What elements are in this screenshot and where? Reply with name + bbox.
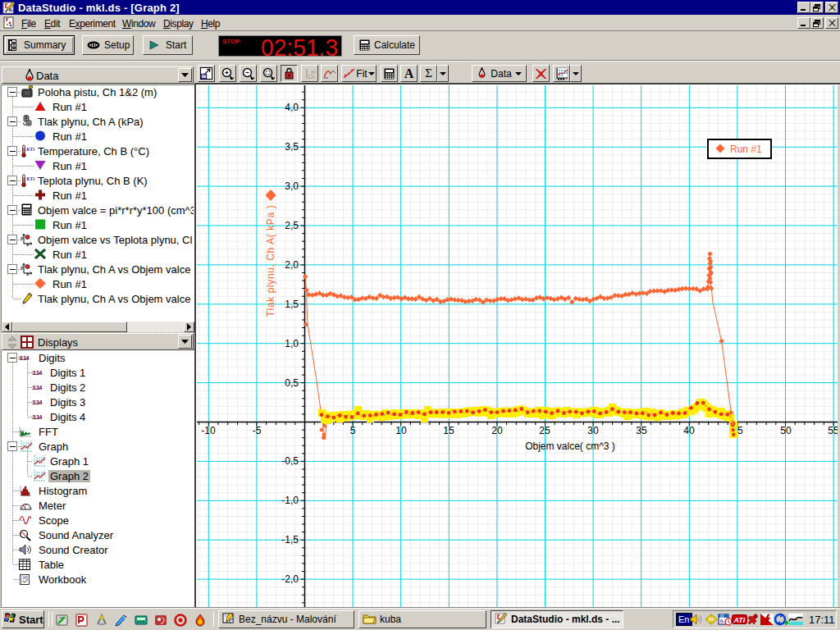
svg-text:-0,5: -0,5	[281, 455, 299, 467]
svg-text:3.14: 3.14	[32, 413, 43, 421]
svg-text:-1,5: -1,5	[281, 534, 299, 546]
svg-text:3,0: 3,0	[285, 180, 299, 192]
svg-text:1,5: 1,5	[285, 299, 299, 310]
svg-text:40: 40	[683, 425, 695, 436]
svg-text:xy: xy	[311, 69, 316, 74]
svg-text:-2,0: -2,0	[281, 573, 299, 585]
svg-text:3,5: 3,5	[285, 141, 299, 153]
svg-text:20: 20	[491, 425, 503, 436]
svg-text:3.14: 3.14	[19, 354, 30, 362]
svg-text:15: 15	[443, 425, 454, 436]
svg-text:50: 50	[780, 425, 792, 436]
svg-text:3.14: 3.14	[32, 369, 43, 377]
svg-text:3.14: 3.14	[32, 384, 43, 391]
svg-text:-10: -10	[201, 425, 216, 436]
svg-text:25: 25	[539, 425, 550, 436]
svg-text:3.14: 3.14	[32, 399, 43, 406]
svg-text:30: 30	[587, 425, 599, 436]
svg-text:-1,0: -1,0	[281, 495, 299, 506]
svg-text:2,0: 2,0	[285, 259, 299, 271]
svg-text:Tlak plynu, Ch A( kPa ): Tlak plynu, Ch A( kPa )	[265, 205, 276, 317]
svg-text:55: 55	[828, 425, 838, 436]
svg-text:Objem valce( cm^3 ): Objem valce( cm^3 )	[525, 441, 615, 452]
svg-text:-5: -5	[253, 425, 262, 436]
svg-text:30: 30	[720, 614, 725, 619]
svg-text:Run #1: Run #1	[730, 144, 762, 155]
svg-text:5: 5	[350, 425, 356, 436]
svg-text:10: 10	[395, 425, 407, 436]
svg-text:En: En	[678, 614, 689, 624]
svg-text:35: 35	[636, 425, 647, 436]
svg-text:2,5: 2,5	[285, 220, 299, 231]
svg-text:0,5: 0,5	[285, 377, 299, 389]
svg-text:ATI: ATI	[733, 616, 746, 624]
svg-text:4,0: 4,0	[285, 102, 299, 113]
svg-text:1,0: 1,0	[285, 338, 299, 349]
